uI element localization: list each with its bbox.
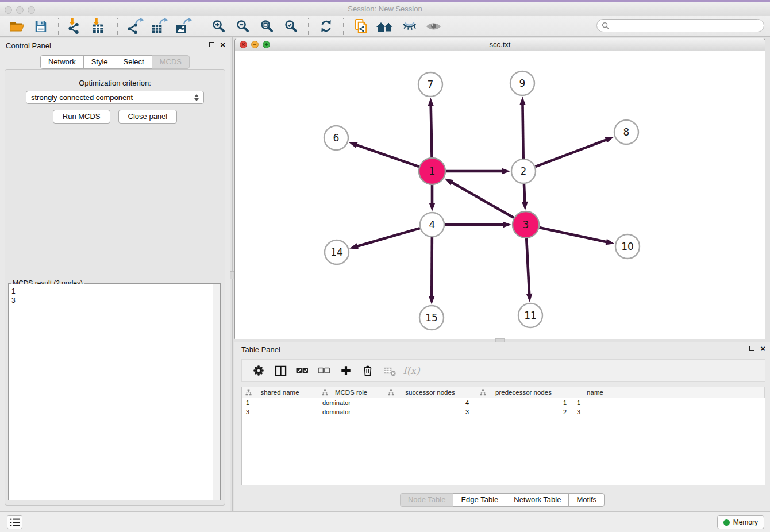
column-header-shared-name[interactable]: shared name [242,387,318,398]
export-network-button[interactable] [126,18,144,35]
network-window-titlebar[interactable]: × − + scc.txt [235,38,765,51]
new-network-from-selection-button[interactable] [352,18,370,35]
table-settings-button[interactable] [249,361,268,380]
toolbar-separator [117,18,118,35]
window-controls [5,6,35,14]
tab-network[interactable]: Network [40,55,84,69]
refresh-view-button[interactable] [317,18,335,35]
zoom-out-button[interactable] [233,18,252,35]
download-arrow-icon [69,18,75,25]
search-input[interactable] [613,21,759,30]
graph-node-9[interactable]: 9 [510,71,534,95]
graph-edge-1-7[interactable] [431,105,432,157]
graph-node-label: 2 [521,165,527,177]
column-header-successor-nodes[interactable]: successor nodes [384,387,476,398]
show-panel-list-button[interactable] [7,515,22,529]
graph-edge-3-11[interactable] [526,238,529,295]
graph-edge-2-9[interactable] [522,104,523,159]
graph-edge-3-1[interactable] [451,182,514,218]
graph-node-7[interactable]: 7 [418,72,442,97]
export-table-button[interactable] [150,18,168,35]
close-panel-icon[interactable]: × [760,345,765,352]
graph-edge-arrowhead [519,97,526,105]
graph-node-11[interactable]: 11 [518,303,542,327]
toggle-column-display-button[interactable] [271,361,290,380]
column-header-predecessor-nodes[interactable]: predecessor nodes [476,387,571,398]
tab-select[interactable]: Select [116,55,152,69]
select-all-rows-button[interactable] [292,361,312,380]
import-table-icon [92,18,108,34]
close-window-button[interactable] [5,6,12,14]
add-column-button[interactable] [336,361,356,380]
tab-node-table[interactable]: Node Table [400,493,454,507]
graph-node-label: 8 [623,126,630,138]
graph-edge-4-15[interactable] [432,237,432,297]
zoom-selected-button[interactable] [282,18,300,35]
optimization-criterion-select[interactable]: strongly connected component [26,91,204,104]
tab-network-table[interactable]: Network Table [506,493,569,507]
graph-edge-2-8[interactable] [536,140,607,167]
vertical-splitter[interactable] [230,37,234,511]
zoom-window-button[interactable] [28,6,35,14]
export-arrow-icon [159,18,168,25]
mcds-result-list[interactable]: 13 [9,284,213,500]
network-minimize-button[interactable]: − [251,41,259,48]
export-image-button[interactable] [174,18,192,35]
delete-column-button[interactable] [358,361,378,380]
float-panel-icon[interactable] [209,42,214,47]
graph-node-10[interactable]: 10 [615,234,640,259]
tab-style[interactable]: Style [83,55,116,69]
graph-node-4[interactable]: 4 [420,213,444,237]
hide-selected-button[interactable] [400,18,418,35]
graph-node-14[interactable]: 14 [325,240,349,264]
close-panel-icon[interactable]: × [220,41,225,48]
tab-edge-table[interactable]: Edge Table [453,493,506,507]
graph-edge-arrowhead [503,222,511,228]
graph-edge-4-14[interactable] [357,228,420,246]
import-table-button[interactable] [91,18,109,35]
mcds-result-box: MCDS result (2 nodes) 13 [8,283,221,500]
deselect-all-rows-button[interactable] [314,361,334,380]
tab-motifs[interactable]: Motifs [568,493,605,507]
memory-button[interactable]: Memory [717,515,764,529]
network-canvas[interactable]: 7968124314101511 [235,51,765,339]
graph-node-1[interactable]: 1 [419,158,445,184]
open-folder-icon [9,20,24,33]
run-mcds-button[interactable]: Run MCDS [53,110,110,124]
graph-edge-3-10[interactable] [539,228,607,242]
network-maximize-button[interactable]: + [263,41,270,48]
table-row[interactable]: 3dominator323 [242,407,765,417]
graph-edge-arrowhead [502,168,510,175]
save-session-button[interactable] [32,18,50,35]
column-header-mcds-role[interactable]: MCDS role [318,387,384,398]
table-cell-filler [619,407,765,417]
search-box[interactable] [596,19,764,32]
splitter-grip[interactable] [230,271,234,279]
close-panel-button[interactable]: Close panel [118,110,178,124]
column-header-name[interactable]: name [571,387,619,398]
graph-node-3[interactable]: 3 [513,211,539,238]
table-panel-title: Table Panel [241,345,280,354]
float-panel-icon[interactable] [749,346,754,351]
network-graph[interactable]: 7968124314101511 [235,51,765,339]
result-scrollbar[interactable] [213,284,220,500]
zoom-fit-button[interactable] [257,18,276,35]
delete-table-button [380,361,399,380]
show-all-button[interactable] [424,18,442,35]
titlebar: Session: New Session [0,2,770,16]
network-close-button[interactable]: × [240,41,247,48]
open-session-button[interactable] [7,18,26,35]
zoom-in-button[interactable] [209,18,228,35]
first-neighbors-button[interactable] [376,18,394,35]
graph-node-2[interactable]: 2 [511,159,536,183]
import-network-button[interactable] [67,18,85,35]
minimize-window-button[interactable] [16,6,24,14]
table-cell: dominator [318,398,384,407]
graph-edge-2-3[interactable] [524,184,525,203]
graph-node-6[interactable]: 6 [324,126,348,150]
tab-mcds[interactable]: MCDS [152,55,190,69]
graph-node-8[interactable]: 8 [614,120,638,144]
table-row[interactable]: 1dominator411 [242,398,765,407]
graph-edge-1-6[interactable] [356,145,419,167]
graph-node-15[interactable]: 15 [419,306,444,330]
